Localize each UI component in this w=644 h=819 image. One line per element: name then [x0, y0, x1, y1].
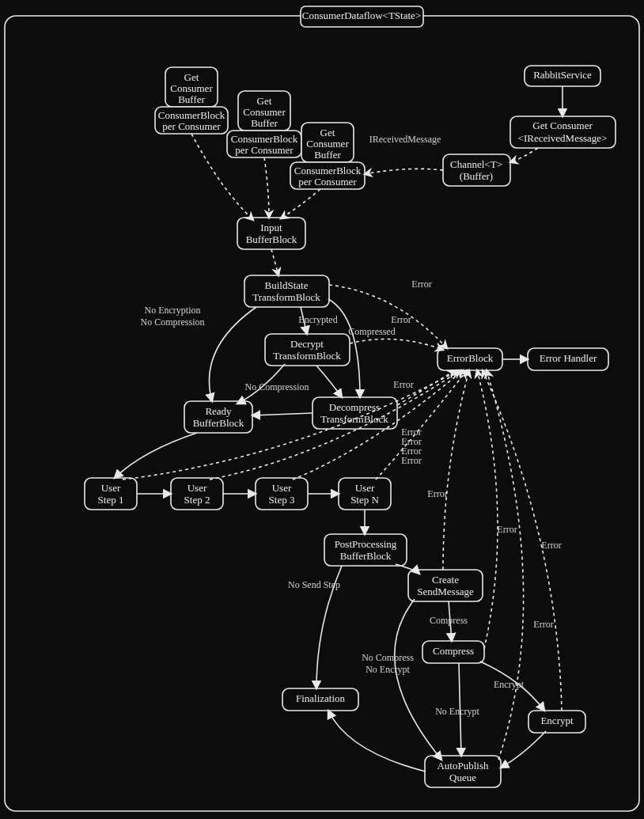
edge-encrypt-to-autopub — [501, 731, 546, 768]
label-encrypt-word: Encrypt — [494, 679, 525, 690]
node-consumerblock-2: ConsumerBlock per Consumer — [227, 131, 301, 157]
edge-cb3-to-input — [281, 189, 320, 218]
label-nocmp1: No Compression — [141, 317, 205, 328]
label-encrypted: Encrypted — [298, 314, 337, 325]
svg-text:Get: Get — [184, 71, 199, 83]
svg-text:Ready: Ready — [205, 405, 232, 417]
svg-text:User: User — [188, 482, 207, 494]
node-getconsumerbuffer-3: Get Consumer Buffer — [301, 123, 354, 162]
node-buildstate: BuildState TransformBlock — [244, 275, 329, 307]
label-compress-word: Compress — [430, 615, 468, 626]
edge-decrypt-to-error — [350, 339, 443, 350]
edge-csm-error — [443, 370, 469, 570]
node-errorhandler: Error Handler — [528, 348, 608, 370]
label-nosend: No Send Step — [288, 579, 340, 590]
node-getconsumerbuffer-2: Get Consumer Buffer — [238, 91, 290, 131]
svg-text:Buffer: Buffer — [251, 117, 278, 129]
svg-text:Input: Input — [260, 222, 282, 233]
svg-text:ConsumerBlock: ConsumerBlock — [231, 133, 298, 145]
svg-text:BuildState: BuildState — [265, 279, 309, 291]
svg-text:BufferBlock: BufferBlock — [246, 233, 297, 245]
node-user-step-1: User Step 1 — [85, 478, 137, 510]
edge-decompress-to-ready — [252, 413, 313, 415]
svg-text:SendMessage: SendMessage — [417, 586, 474, 597]
label-err-decompress: Error — [393, 379, 413, 390]
label-noencrypt: No Encrypt — [435, 706, 479, 717]
node-channel-buffer: Channel<T> (Buffer) — [443, 154, 510, 186]
svg-text:Step N: Step N — [350, 494, 379, 506]
label-err-compress: Error — [497, 524, 517, 535]
svg-text:User: User — [272, 482, 292, 494]
node-user-step-n: User Step N — [339, 478, 391, 510]
svg-text:Channel<T>: Channel<T> — [450, 158, 502, 170]
edge-decrypt-to-decompress — [316, 366, 342, 397]
svg-text:TransformBlock: TransformBlock — [273, 350, 341, 362]
svg-text:Step 3: Step 3 — [269, 494, 295, 506]
svg-text:per Consumer: per Consumer — [162, 120, 221, 132]
svg-text:ErrorBlock: ErrorBlock — [447, 352, 494, 364]
node-getconsumer-irm: Get Consumer <IReceivedMessage> — [510, 116, 616, 148]
svg-text:PostProcessing: PostProcessing — [335, 538, 397, 550]
svg-text:Buffer: Buffer — [314, 149, 341, 161]
edge-ready-to-user1 — [115, 433, 197, 478]
node-ready: Ready BufferBlock — [184, 401, 252, 433]
edge-compress-error — [477, 370, 498, 649]
node-postprocessing: PostProcessing BufferBlock — [324, 534, 407, 566]
label-ireceivedmessage: IReceivedMessage — [369, 134, 441, 145]
svg-text:Consumer: Consumer — [306, 138, 349, 150]
svg-text:per Consumer: per Consumer — [235, 144, 294, 156]
svg-text:Decrypt: Decrypt — [290, 338, 324, 350]
svg-text:RabbitService: RabbitService — [533, 69, 592, 81]
label-err-uN: Error — [401, 455, 421, 466]
label-err-encrypt: Error — [541, 540, 561, 551]
svg-text:<IReceivedMessage>: <IReceivedMessage> — [518, 132, 608, 144]
svg-text:Encrypt: Encrypt — [540, 715, 574, 726]
svg-text:Error Handler: Error Handler — [540, 352, 597, 364]
node-user-step-2: User Step 2 — [171, 478, 223, 510]
svg-text:Finalization: Finalization — [296, 692, 346, 704]
node-input-bufferblock: Input BufferBlock — [237, 218, 305, 249]
svg-text:Compress: Compress — [433, 645, 474, 657]
label-err-build: Error — [411, 279, 431, 290]
edge-cb2-to-input — [264, 157, 269, 218]
label-compressed: Compressed — [348, 326, 395, 337]
edge-channel-to-consumerblock — [365, 169, 443, 174]
label-err-autopub: Error — [533, 619, 553, 630]
title-node: ConsumerDataflow<TState> — [301, 6, 423, 27]
node-autopublish-queue: AutoPublish Queue — [425, 756, 501, 787]
svg-text:Buffer: Buffer — [178, 93, 205, 105]
node-create-sendmessage: Create SendMessage — [408, 570, 483, 601]
svg-text:Consumer: Consumer — [170, 82, 213, 94]
svg-text:ConsumerBlock: ConsumerBlock — [294, 165, 362, 176]
node-consumerblock-1: ConsumerBlock per Consumer — [155, 107, 228, 134]
label-nocmp2: No Compression — [245, 381, 309, 392]
edge-input-to-buildstate — [271, 249, 278, 275]
label-err-decrypt: Error — [391, 314, 411, 325]
svg-text:Create: Create — [432, 574, 459, 586]
svg-text:BufferBlock: BufferBlock — [340, 550, 392, 562]
edge-getconsumer-to-channel — [510, 148, 538, 162]
node-finalization: Finalization — [282, 688, 358, 711]
svg-text:Get: Get — [320, 127, 335, 138]
svg-text:per Consumer: per Consumer — [298, 176, 357, 188]
label-nocmp-noenc2: No Encrypt — [366, 664, 410, 675]
svg-text:User: User — [355, 482, 375, 494]
edge-autopub-error — [487, 370, 524, 760]
svg-text:Step 2: Step 2 — [184, 494, 210, 506]
node-errorblock: ErrorBlock — [438, 348, 502, 370]
node-user-step-3: User Step 3 — [256, 478, 308, 510]
svg-text:User: User — [101, 482, 121, 494]
svg-text:Queue: Queue — [449, 772, 476, 783]
label-nocmp-noenc1: No Compress — [362, 652, 414, 663]
title-text: ConsumerDataflow<TState> — [302, 9, 421, 21]
svg-text:TransformBlock: TransformBlock — [252, 291, 320, 303]
svg-text:ConsumerBlock: ConsumerBlock — [158, 109, 225, 121]
label-err-csm: Error — [427, 488, 447, 499]
edge-autopub-to-final — [328, 711, 426, 772]
node-encrypt: Encrypt — [528, 711, 585, 733]
svg-text:(Buffer): (Buffer) — [460, 170, 493, 182]
svg-text:Step 1: Step 1 — [98, 494, 124, 506]
svg-text:AutoPublish: AutoPublish — [437, 760, 489, 772]
svg-text:Consumer: Consumer — [243, 106, 286, 118]
node-decompress: Decompress TransformBlock — [313, 397, 397, 429]
